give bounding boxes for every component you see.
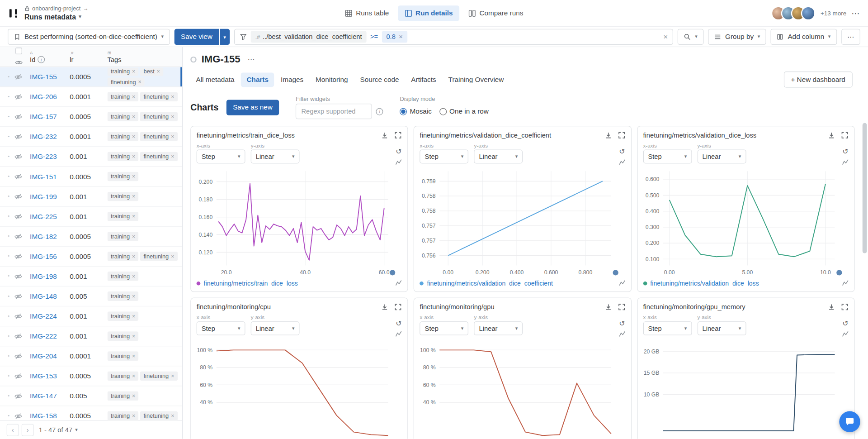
remove-tag-icon[interactable]: × (132, 174, 135, 179)
eye-off-icon[interactable] (14, 293, 22, 300)
y-axis-select[interactable]: Linear ▾ (251, 150, 300, 164)
run-id-link[interactable]: IMG-156 (30, 253, 70, 260)
reset-zoom-icon[interactable]: ↺ (619, 320, 625, 327)
tag-chip[interactable]: training× (108, 212, 139, 221)
eye-off-icon[interactable] (14, 273, 22, 280)
remove-tag-icon[interactable]: × (157, 69, 160, 74)
remove-tag-icon[interactable]: × (132, 413, 135, 419)
tag-chip[interactable]: training× (108, 272, 139, 281)
table-row[interactable]: • IMG-151 0.0005 training× (0, 167, 182, 187)
remove-tag-icon[interactable]: × (171, 94, 174, 100)
chart-canvas[interactable]: 40 %60 %80 %100 % (191, 338, 397, 439)
run-menu-button[interactable]: ⋯ (247, 55, 255, 63)
display-mode-mosaic[interactable]: Mosaic (400, 108, 432, 115)
tab-runs-table[interactable]: Runs table (338, 5, 396, 21)
tag-chip[interactable]: training× (108, 391, 139, 401)
run-id-link[interactable]: IMG-148 (30, 292, 70, 300)
y-axis-select[interactable]: Linear ▾ (251, 321, 300, 335)
eye-off-icon[interactable] (14, 133, 22, 140)
tab-source-code[interactable]: Source code (354, 72, 404, 87)
tag-chip[interactable]: training× (108, 411, 139, 420)
remove-tag-icon[interactable]: × (132, 313, 135, 319)
remove-tag-icon[interactable]: × (171, 134, 174, 139)
download-icon[interactable] (381, 131, 389, 139)
eye-off-icon[interactable] (14, 413, 22, 420)
project-name[interactable]: onboarding-project (32, 5, 80, 12)
new-dashboard-button[interactable]: + New dashboard (783, 72, 852, 88)
tag-chip[interactable]: training× (108, 192, 139, 201)
tab-images[interactable]: Images (275, 72, 309, 87)
remove-tag-icon[interactable]: × (132, 353, 135, 359)
remove-tag-icon[interactable]: × (171, 373, 174, 379)
column-header-lr[interactable]: .# lr (70, 47, 107, 67)
y-axis-select[interactable]: Linear ▾ (474, 150, 523, 164)
save-view-menu-button[interactable]: ▾ (220, 29, 230, 45)
table-row[interactable]: • IMG-222 0.001 training× (0, 326, 182, 346)
tag-chip[interactable]: training× (108, 232, 139, 241)
run-id-link[interactable]: IMG-147 (30, 392, 70, 400)
tag-chip[interactable]: training× (108, 372, 139, 381)
run-id-link[interactable]: IMG-222 (30, 332, 70, 340)
group-by-button[interactable]: Group by ▾ (708, 29, 766, 45)
legend-trend-icon[interactable] (396, 280, 402, 286)
section-selector[interactable]: Runs metadata ▾ (24, 13, 89, 21)
table-row[interactable]: • IMG-155 0.0005 training×best×finetunin… (0, 67, 182, 87)
eye-off-icon[interactable] (14, 253, 22, 260)
remove-tag-icon[interactable]: × (132, 334, 135, 339)
tab-monitoring[interactable]: Monitoring (310, 72, 354, 87)
info-icon[interactable]: i (38, 56, 45, 63)
tag-chip[interactable]: training× (108, 332, 139, 341)
select-all-checkbox[interactable] (15, 48, 22, 54)
run-id-link[interactable]: IMG-223 (30, 153, 70, 160)
table-row[interactable]: • IMG-198 0.001 training× (0, 267, 182, 286)
run-id-link[interactable]: IMG-151 (30, 172, 70, 180)
table-row[interactable]: • IMG-224 0.001 training× (0, 306, 182, 326)
remove-tag-icon[interactable]: × (171, 154, 174, 159)
avatar[interactable] (801, 6, 816, 20)
remove-tag-icon[interactable]: × (132, 373, 135, 379)
run-id-link[interactable]: IMG-157 (30, 113, 70, 120)
tab-all-metadata[interactable]: All metadata (190, 72, 240, 87)
info-icon[interactable]: i (376, 108, 383, 115)
tab-training-overview[interactable]: Training Overview (443, 72, 509, 87)
expand-icon[interactable] (394, 131, 402, 139)
run-id-link[interactable]: IMG-198 (30, 272, 70, 280)
chat-widget-button[interactable] (839, 411, 860, 433)
tag-chip[interactable]: finetuning× (140, 92, 178, 101)
download-icon[interactable] (828, 303, 835, 311)
table-row[interactable]: • IMG-147 0.005 training× (0, 386, 182, 406)
eye-off-icon[interactable] (14, 333, 22, 339)
topbar-more-button[interactable]: ⋯ (851, 8, 860, 18)
tag-chip[interactable]: training× (108, 292, 139, 301)
legend-series-link[interactable]: finetuning/metrics/validation_dice_loss (650, 280, 839, 286)
column-header-tags[interactable]: ⊞ Tags (108, 47, 182, 67)
tag-chip[interactable]: training× (108, 132, 139, 141)
tag-chip[interactable]: training× (108, 352, 139, 361)
table-row[interactable]: • IMG-223 0.001 training×finetuning× (0, 147, 182, 167)
remove-tag-icon[interactable]: × (132, 94, 135, 100)
tag-chip[interactable]: finetuning× (108, 77, 145, 86)
legend-trend-icon[interactable] (619, 280, 626, 286)
table-row[interactable]: • IMG-148 0.005 training× (0, 286, 182, 306)
trend-icon[interactable] (842, 159, 849, 166)
x-axis-select[interactable]: Step ▾ (197, 321, 245, 335)
tag-chip[interactable]: training× (108, 112, 139, 121)
avatar-group[interactable] (771, 6, 816, 20)
download-icon[interactable] (828, 131, 835, 139)
run-id-link[interactable]: IMG-153 (30, 372, 70, 380)
table-row[interactable]: • IMG-156 0.0005 training×finetuning× (0, 247, 182, 267)
chart-canvas[interactable]: 10 GB15 GB20 GB (637, 338, 844, 439)
table-row[interactable]: • IMG-225 0.001 training× (0, 207, 182, 227)
query-filter-bar[interactable]: .# ../best_validation_dice_coefficient >… (234, 29, 673, 45)
table-row[interactable]: • IMG-204 0.0001 training× (0, 346, 182, 366)
table-row[interactable]: • IMG-182 0.0005 training× (0, 227, 182, 247)
tag-chip[interactable]: best× (140, 67, 163, 76)
eye-off-icon[interactable] (14, 113, 22, 120)
tag-chip[interactable]: training× (108, 152, 139, 161)
tag-chip[interactable]: training× (108, 67, 139, 76)
download-icon[interactable] (381, 303, 389, 311)
tag-chip[interactable]: training× (108, 172, 139, 181)
expand-icon[interactable] (841, 131, 849, 139)
tag-chip[interactable]: training× (108, 252, 139, 261)
remove-tag-icon[interactable]: × (171, 114, 174, 119)
